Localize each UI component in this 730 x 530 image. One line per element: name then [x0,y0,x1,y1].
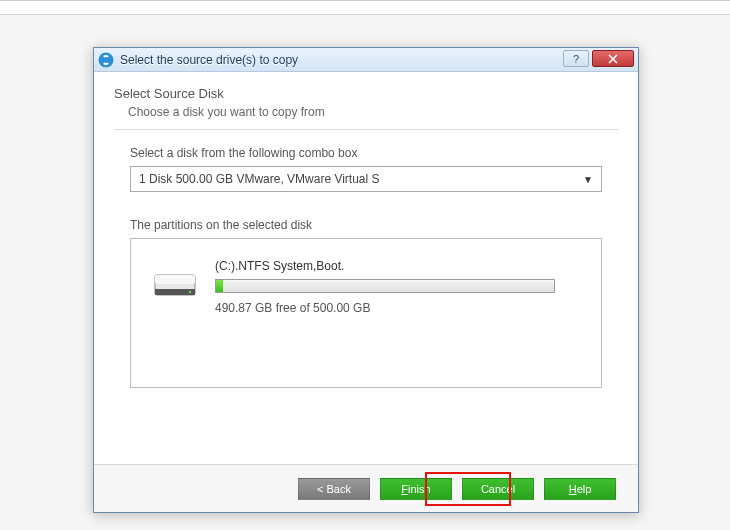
combo-value: 1 Disk 500.00 GB VMware, VMware Virtual … [139,172,380,186]
svg-rect-2 [155,275,195,284]
dialog-window: Select the source drive(s) to copy ? Sel… [93,47,639,513]
help-window-button[interactable]: ? [563,50,589,67]
svg-point-4 [189,291,191,293]
finish-button-label: Finish [401,483,430,495]
usage-bar-fill [216,280,223,292]
cancel-button[interactable]: Cancel [462,478,534,500]
help-button[interactable]: Help [544,478,616,500]
partition-free-text: 490.87 GB free of 500.00 GB [215,301,579,315]
divider [114,129,618,130]
page-heading: Select Source Disk [114,86,618,101]
partitions-label: The partitions on the selected disk [130,218,602,232]
close-window-button[interactable] [592,50,634,67]
chevron-down-icon: ▼ [583,174,593,185]
titlebar[interactable]: Select the source drive(s) to copy ? [94,48,638,72]
disk-select-combo[interactable]: 1 Disk 500.00 GB VMware, VMware Virtual … [130,166,602,192]
finish-button[interactable]: Finish [380,478,452,500]
app-icon [98,52,114,68]
question-icon: ? [573,53,579,65]
back-button-label: < Back [317,483,351,495]
combo-label: Select a disk from the following combo b… [130,146,602,160]
partition-name: (C:).NTFS System,Boot. [215,259,579,273]
svg-point-0 [99,52,114,67]
window-title: Select the source drive(s) to copy [120,53,298,67]
usage-bar [215,279,555,293]
partition-info: (C:).NTFS System,Boot. 490.87 GB free of… [215,259,579,315]
page-subheading: Choose a disk you want to copy from [114,105,618,119]
back-button[interactable]: < Back [298,478,370,500]
partitions-box: (C:).NTFS System,Boot. 490.87 GB free of… [130,238,602,388]
disk-icon [153,267,197,304]
close-icon [607,54,619,64]
help-button-label: Help [569,483,592,495]
cancel-button-label: Cancel [481,483,515,495]
footer: < Back Finish Cancel Help [94,464,638,512]
